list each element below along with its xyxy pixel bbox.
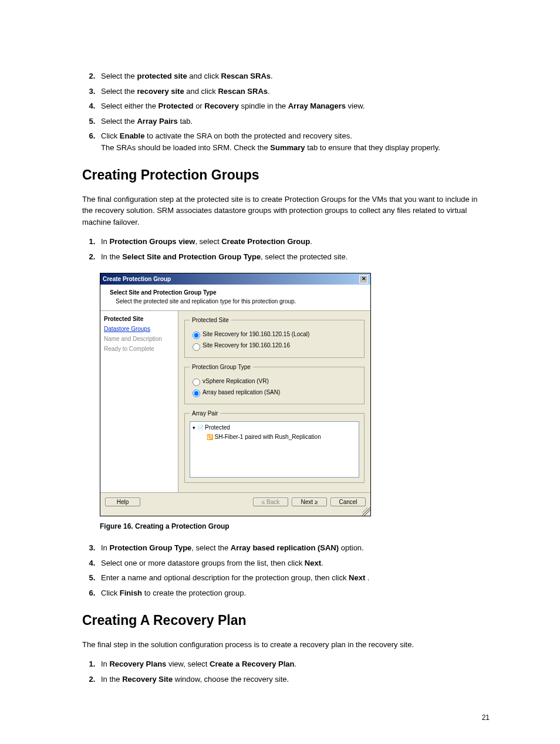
cancel-button[interactable]: Cancel — [330, 498, 366, 506]
nav-protected-site[interactable]: Protected Site — [104, 314, 174, 323]
dialog-header-sub: Select the protected site and replicatio… — [110, 297, 365, 306]
step-top-3: Select either the Protected or Recovery … — [97, 100, 490, 112]
step-rec-1: In Recovery Plans view, select Create a … — [97, 658, 490, 670]
step-prot-a2: In the Select Site and Protection Group … — [97, 251, 490, 263]
heading-recovery-plan: Creating A Recovery Plan — [82, 610, 490, 631]
help-button[interactable]: Help — [105, 498, 140, 506]
step-prot-b3: Enter a name and optional description fo… — [97, 572, 490, 584]
legend-array-pair: Array Pair — [190, 409, 220, 418]
nav-ready-complete: Ready to Complete — [104, 344, 174, 353]
step-top-1: Select the protected site and click Resc… — [97, 70, 490, 82]
step-top-4: Select the Array Pairs tab. — [97, 116, 490, 127]
page-number: 21 — [482, 712, 490, 723]
fieldset-array-pair: Array Pair Protected SH-Fiber-1 paired w… — [184, 409, 365, 483]
step-top-5: Click Enable to activate the SRA on both… — [97, 130, 490, 153]
next-button[interactable]: Next ≥ — [292, 498, 327, 506]
steps-top: Select the protected site and click Resc… — [82, 70, 490, 153]
radio-site-1[interactable]: Site Recovery for 190.160.120.15 (Local) — [190, 330, 359, 339]
steps-prot-a: In Protection Groups view, select Create… — [82, 236, 490, 262]
fieldset-protected-site: Protected Site Site Recovery for 190.160… — [184, 316, 365, 358]
step-prot-b2: Select one or more datastore groups from… — [97, 557, 490, 569]
dialog-footer: Help ≤ Back Next ≥ Cancel — [100, 492, 370, 511]
figure-caption: Figure 16. Creating a Protection Group — [100, 521, 490, 532]
dialog-main: Protected Site Site Recovery for 190.160… — [178, 311, 370, 492]
heading-protection-groups: Creating Protection Groups — [82, 165, 490, 185]
dialog-nav: Protected Site Datastore Groups Name and… — [100, 311, 178, 492]
fieldset-group-type: Protection Group Type vSphere Replicatio… — [184, 363, 365, 405]
step-rec-2: In the Recovery Site window, choose the … — [97, 674, 490, 685]
nav-name-description: Name and Description — [104, 334, 174, 343]
create-protection-group-dialog: Create Protection Group ✕ Select Site an… — [100, 273, 371, 516]
steps-recovery: In Recovery Plans view, select Create a … — [82, 658, 490, 685]
step-top-2: Select the recovery site and click Resca… — [97, 86, 490, 97]
legend-protected-site: Protected Site — [190, 316, 231, 324]
radio-site-2[interactable]: Site Recovery for 190.160.120.16 — [190, 341, 359, 350]
back-button: ≤ Back — [253, 498, 288, 506]
close-icon[interactable]: ✕ — [359, 275, 368, 283]
dialog-title-bar: Create Protection Group ✕ — [100, 273, 370, 285]
dialog-header-title: Select Site and Protection Group Type — [110, 288, 365, 297]
array-pair-row-2[interactable]: SH-Fiber-1 paired with Rush_Replication — [193, 432, 356, 442]
nav-datastore-groups[interactable]: Datastore Groups — [104, 324, 174, 333]
paragraph-protection: The final configuration step at the prot… — [82, 194, 490, 228]
document-page: Select the protected site and click Resc… — [0, 0, 560, 744]
dialog-header: Select Site and Protection Group Type Se… — [100, 285, 370, 311]
array-pair-row-1[interactable]: Protected — [193, 423, 356, 432]
legend-group-type: Protection Group Type — [190, 363, 253, 371]
resize-grip-icon[interactable] — [362, 508, 370, 516]
step-prot-a1: In Protection Groups view, select Create… — [97, 236, 490, 248]
paragraph-recovery: The final step in the solution configura… — [82, 639, 490, 651]
array-pair-list[interactable]: Protected SH-Fiber-1 paired with Rush_Re… — [190, 421, 359, 478]
radio-type-vr[interactable]: vSphere Replication (VR) — [190, 377, 359, 386]
step-prot-b4: Click Finish to create the protection gr… — [97, 587, 490, 599]
dialog-title-text: Create Protection Group — [103, 275, 171, 283]
radio-type-san[interactable]: Array based replication (SAN) — [190, 388, 359, 397]
step-prot-b1: In Protection Group Type, select the Arr… — [97, 542, 490, 554]
steps-prot-b: In Protection Group Type, select the Arr… — [82, 542, 490, 598]
